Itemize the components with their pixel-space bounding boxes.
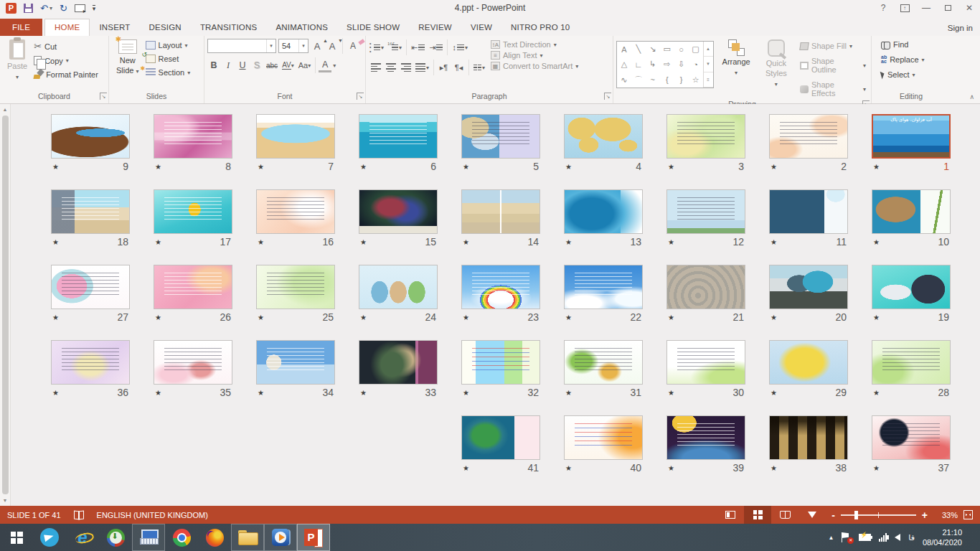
slide-thumbnail[interactable] xyxy=(359,340,438,385)
slide-thumbnail[interactable] xyxy=(256,340,335,385)
tab-design[interactable]: DESIGN xyxy=(140,19,191,36)
slide-thumbnail[interactable] xyxy=(154,340,232,385)
curve-shape-icon[interactable]: ~ xyxy=(646,72,660,88)
tab-view[interactable]: VIEW xyxy=(461,19,501,36)
zoom-slider-thumb[interactable] xyxy=(854,511,858,519)
paragraph-dialog-launcher[interactable]: ↘ xyxy=(604,93,611,100)
minimize-button[interactable]: — xyxy=(915,0,937,16)
scroll-down-button[interactable]: ▼ xyxy=(0,495,10,506)
decrease-indent-button[interactable]: ⇤ xyxy=(410,41,426,55)
columns-button[interactable]: ▾ xyxy=(472,61,486,75)
hidden-icons-button[interactable]: ▲ xyxy=(828,534,834,541)
slide-thumbnail[interactable] xyxy=(564,415,643,460)
shapes-gallery[interactable]: A╲↘▭○▢△∟↳⇨⇩◔∿⌒~{}☆ ▲ ▼ ≡ xyxy=(616,41,714,88)
arc-shape-icon[interactable]: ⌒ xyxy=(631,72,646,88)
layout-button[interactable]: Layout ▾ xyxy=(143,39,193,51)
slide-thumbnail[interactable] xyxy=(51,114,130,159)
reading-view-button[interactable] xyxy=(771,506,798,524)
left-to-right-button[interactable]: ▸¶ xyxy=(437,61,451,75)
slide-thumbnail[interactable] xyxy=(666,114,745,159)
line-spacing-button[interactable]: ↕▾ xyxy=(451,41,469,55)
slideshow-view-button[interactable] xyxy=(798,506,826,524)
replace-button[interactable]: abacReplace ▾ xyxy=(879,54,948,65)
slide-thumbnail[interactable] xyxy=(666,415,745,460)
isoceles-triangle-shape-icon[interactable]: △ xyxy=(617,57,631,72)
input-language-indicator[interactable]: فا xyxy=(908,533,915,542)
copy-button[interactable]: Copy ▾ xyxy=(32,55,100,67)
strikethrough-button[interactable]: abc xyxy=(265,59,279,72)
oval-shape-icon[interactable]: ○ xyxy=(674,42,689,57)
scroll-up-button[interactable]: ▲ xyxy=(0,104,10,115)
taskbar-internet-explorer-button[interactable]: e xyxy=(66,524,99,551)
redo-button[interactable]: ↻ xyxy=(60,3,67,14)
collapse-ribbon-button[interactable]: ∧ xyxy=(969,93,974,100)
save-button[interactable] xyxy=(24,4,33,13)
rectangle-shape-icon[interactable]: ▭ xyxy=(660,42,674,57)
slide-thumbnail[interactable] xyxy=(564,189,643,234)
shapes-more-button[interactable]: ≡ xyxy=(704,72,713,88)
bold-button[interactable]: B xyxy=(207,59,220,72)
align-center-button[interactable] xyxy=(384,61,397,75)
undo-button[interactable]: ↶▾ xyxy=(40,3,52,14)
font-name-combo[interactable]: ▾ xyxy=(207,39,276,53)
tab-insert[interactable]: INSERT xyxy=(90,19,139,36)
paste-button[interactable]: Paste▾ xyxy=(3,38,32,91)
slide-thumbnail[interactable] xyxy=(154,114,232,159)
cut-button[interactable]: ✂Cut xyxy=(32,39,100,53)
tab-home[interactable]: HOME xyxy=(44,19,90,36)
slide-thumbnail[interactable] xyxy=(872,189,951,234)
zoom-slider[interactable] xyxy=(841,514,916,516)
shape-outline-button[interactable]: Shape Outline ▾ xyxy=(798,55,868,75)
shape-fill-button[interactable]: Shape Fill ▾ xyxy=(798,40,868,52)
restore-button[interactable] xyxy=(937,0,958,16)
slide-thumbnail[interactable] xyxy=(461,415,540,460)
down-arrow-shape-icon[interactable]: ⇩ xyxy=(674,57,689,72)
slide-thumbnail[interactable]: آب فراوان، هوای پاک xyxy=(872,114,951,159)
start-from-beginning-button[interactable] xyxy=(75,4,85,12)
rounded-rectangle-shape-icon[interactable]: ▢ xyxy=(689,42,703,57)
clear-formatting-button[interactable]: A xyxy=(347,39,359,53)
align-right-button[interactable] xyxy=(399,61,413,75)
slide-thumbnail[interactable] xyxy=(256,114,335,159)
start-button[interactable] xyxy=(0,524,33,551)
taskbar-clock[interactable]: 21:1008/04/2020 xyxy=(923,527,965,548)
shapes-scroll-down-button[interactable]: ▼ xyxy=(704,57,713,72)
zoom-out-button[interactable]: - xyxy=(831,509,835,521)
new-slide-button[interactable]: NewSlide ▾ xyxy=(112,38,143,91)
taskbar-file-explorer-button[interactable] xyxy=(231,524,264,551)
scribble-shape-icon[interactable]: ∿ xyxy=(617,72,631,88)
slide-thumbnail[interactable] xyxy=(872,415,951,460)
zoom-in-button[interactable]: + xyxy=(922,509,928,521)
slide-thumbnail[interactable] xyxy=(564,114,643,159)
star-shape-icon[interactable]: ☆ xyxy=(689,72,703,88)
character-spacing-button[interactable]: AV▾ xyxy=(281,59,296,72)
help-button[interactable]: ? xyxy=(872,0,894,16)
tab-transitions[interactable]: TRANSITIONS xyxy=(191,19,267,36)
slide-thumbnail[interactable] xyxy=(769,340,848,385)
text-box-shape-icon[interactable]: A xyxy=(617,42,631,57)
section-button[interactable]: Section ▾ xyxy=(143,67,193,78)
right-brace-shape-icon[interactable]: } xyxy=(674,72,689,88)
slide-thumbnail[interactable] xyxy=(51,340,130,385)
slide-thumbnail[interactable] xyxy=(154,265,232,309)
slide-thumbnail[interactable] xyxy=(666,340,745,385)
font-color-button[interactable]: A xyxy=(319,59,331,72)
increase-indent-button[interactable]: ⇥ xyxy=(428,41,444,55)
slide-thumbnail[interactable] xyxy=(564,340,643,385)
arrow-shape-icon[interactable]: ↘ xyxy=(646,42,660,57)
slide-thumbnail[interactable] xyxy=(256,265,335,309)
taskbar-telegram-button[interactable] xyxy=(33,524,66,551)
increase-font-size-button[interactable]: A▲ xyxy=(311,39,324,53)
scrollbar-thumb[interactable] xyxy=(2,116,9,494)
tab-nitro-pro-10[interactable]: NITRO PRO 10 xyxy=(501,19,579,36)
slide-sorter-view-button[interactable] xyxy=(744,506,771,524)
zoom-percentage[interactable]: 33% xyxy=(933,511,958,519)
taskbar-media-player-button[interactable] xyxy=(264,524,297,551)
action-center-flag-icon[interactable] xyxy=(842,532,851,542)
slide-thumbnail[interactable] xyxy=(769,265,848,309)
shape-effects-button[interactable]: Shape Effects ▾ xyxy=(798,79,868,99)
slide-thumbnail[interactable] xyxy=(872,265,951,309)
line-shape-icon[interactable]: ╲ xyxy=(631,42,646,57)
taskbar-chrome-button[interactable] xyxy=(165,524,198,551)
spellcheck-icon[interactable] xyxy=(74,511,84,519)
